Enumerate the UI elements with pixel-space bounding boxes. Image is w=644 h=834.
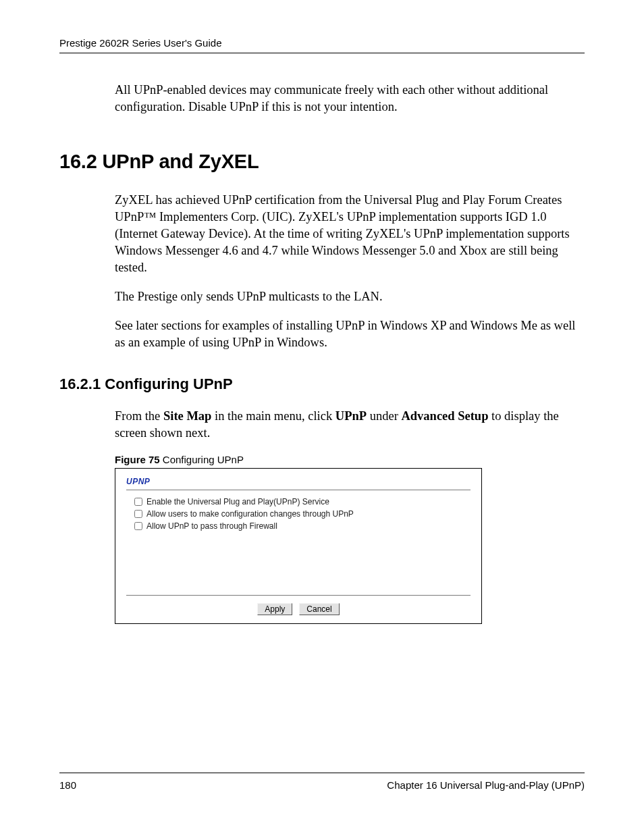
upnp-term: UPnP — [336, 409, 367, 423]
figure-caption: Figure 75 Configuring UPnP — [115, 454, 578, 465]
apply-button[interactable]: Apply — [257, 603, 292, 615]
cancel-button[interactable]: Cancel — [299, 603, 339, 615]
checkbox-enable-upnp[interactable] — [134, 498, 142, 506]
section-16-2-para2: The Prestige only sends UPnP multicasts … — [115, 288, 578, 305]
text-fragment: From the — [115, 409, 163, 423]
intro-paragraph: All UPnP-enabled devices may communicate… — [115, 82, 578, 115]
checkbox-label: Enable the Universal Plug and Play(UPnP)… — [146, 497, 329, 506]
checkbox-label: Allow UPnP to pass through Firewall — [146, 521, 277, 531]
text-fragment: in the main menu, click — [211, 409, 335, 423]
upnp-panel-title: UPNP — [126, 477, 471, 486]
checkbox-row-pass-firewall: Allow UPnP to pass through Firewall — [126, 521, 471, 531]
checkbox-allow-config[interactable] — [134, 510, 142, 518]
page-footer: 180 Chapter 16 Universal Plug-and-Play (… — [59, 773, 585, 791]
button-row: Apply Cancel — [115, 595, 481, 615]
checkbox-pass-firewall[interactable] — [134, 522, 142, 530]
section-16-2-heading: 16.2 UPnP and ZyXEL — [59, 151, 585, 173]
divider — [126, 490, 471, 490]
text-fragment: under — [367, 409, 401, 423]
page-number: 180 — [59, 779, 76, 791]
figure-number: Figure 75 — [115, 454, 160, 465]
sitemap-term: Site Map — [163, 409, 211, 423]
figure-title: Configuring UPnP — [160, 454, 244, 465]
advanced-setup-term: Advanced Setup — [401, 409, 488, 423]
section-16-2-para1: ZyXEL has achieved UPnP certification fr… — [115, 192, 578, 276]
checkbox-row-allow-config: Allow users to make configuration change… — [126, 509, 471, 519]
running-header: Prestige 2602R Series User's Guide — [59, 37, 585, 53]
section-16-2-1-heading: 16.2.1 Configuring UPnP — [59, 375, 585, 393]
chapter-label: Chapter 16 Universal Plug-and-Play (UPnP… — [387, 779, 585, 791]
checkbox-label: Allow users to make configuration change… — [146, 509, 354, 519]
figure-screenshot: UPNP Enable the Universal Plug and Play(… — [115, 468, 482, 624]
divider — [126, 595, 471, 596]
section-16-2-para3: See later sections for examples of insta… — [115, 317, 578, 351]
checkbox-row-enable-upnp: Enable the Universal Plug and Play(UPnP)… — [126, 497, 471, 506]
section-16-2-1-para: From the Site Map in the main menu, clic… — [115, 408, 578, 442]
